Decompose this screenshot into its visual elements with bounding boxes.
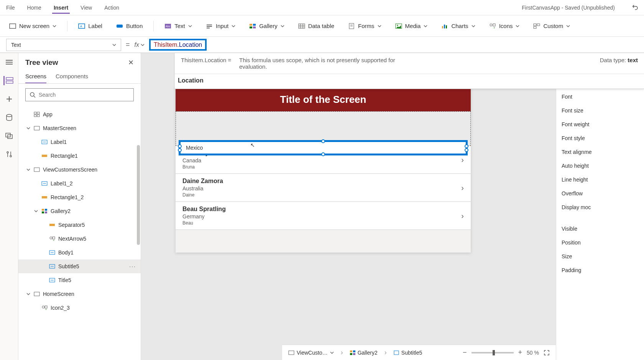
- tree-item-label1[interactable]: Label1: [18, 135, 141, 149]
- tree-item-app[interactable]: App: [18, 107, 141, 121]
- property-row-displaymoc[interactable]: Display moc: [562, 200, 639, 214]
- tree-scrollbar[interactable]: [137, 145, 140, 245]
- svg-rect-35: [6, 78, 13, 80]
- tree-item-rectangle1[interactable]: Rectangle1: [18, 149, 141, 163]
- property-row-font[interactable]: Font: [562, 90, 639, 104]
- screen-icon: [288, 350, 294, 355]
- charts-button[interactable]: Charts: [438, 20, 478, 32]
- property-row-fontweight[interactable]: Font weight: [562, 117, 639, 131]
- fx-icon[interactable]: fx: [135, 41, 145, 48]
- rail-advanced[interactable]: [5, 150, 14, 159]
- rail-hamburger[interactable]: [5, 58, 14, 67]
- tree-item-title5[interactable]: Title5: [18, 273, 141, 287]
- property-row-autoheight[interactable]: Auto height: [562, 159, 639, 173]
- expand-chevron-icon[interactable]: [26, 168, 31, 172]
- tree-item-icon23[interactable]: +Icon2_3: [18, 301, 141, 315]
- property-row-fontsize[interactable]: Font size: [562, 104, 639, 117]
- gallery-item[interactable]: Beau SpratlingGermanyBeau›: [176, 202, 471, 230]
- property-row-visible[interactable]: Visible: [562, 222, 639, 236]
- next-arrow-icon[interactable]: ›: [461, 183, 464, 192]
- svg-rect-63: [45, 211, 47, 213]
- menu-file[interactable]: File: [5, 2, 16, 14]
- tab-screens[interactable]: Screens: [25, 70, 46, 83]
- close-icon[interactable]: ✕: [128, 58, 134, 67]
- zoom-out-button[interactable]: −: [463, 348, 467, 357]
- property-row-lineheight[interactable]: Line height: [562, 173, 639, 187]
- property-row-position[interactable]: Position: [562, 236, 639, 249]
- media-button[interactable]: Media: [392, 20, 431, 32]
- gallery-button[interactable]: Gallery: [246, 20, 288, 32]
- tree-item-rectangle12[interactable]: Rectangle1_2: [18, 190, 141, 204]
- button-button[interactable]: Button: [113, 20, 146, 32]
- menu-action[interactable]: Action: [103, 2, 121, 14]
- property-selector[interactable]: Text: [6, 39, 121, 51]
- tree-item-label: NextArrow5: [58, 236, 86, 242]
- new-screen-button[interactable]: New screen: [6, 20, 59, 32]
- chevron-down-icon: [112, 43, 116, 47]
- next-arrow-icon[interactable]: ›: [461, 211, 464, 220]
- formula-input[interactable]: ThisItem.Location: [154, 41, 202, 48]
- gallery-item-title: Daine Zamora: [182, 178, 464, 185]
- menu-home[interactable]: Home: [26, 2, 43, 14]
- zoom-slider[interactable]: [472, 352, 514, 353]
- tree-item-homescreen[interactable]: HomeScreen: [18, 287, 141, 301]
- tree-search-box[interactable]: [25, 88, 134, 101]
- resize-handle[interactable]: [178, 144, 182, 148]
- tree-item-separator5[interactable]: Separator5: [18, 218, 141, 232]
- label-button[interactable]: A Label: [75, 20, 105, 32]
- property-row-overflow[interactable]: Overflow: [562, 187, 639, 200]
- next-arrow-icon[interactable]: ›: [461, 155, 464, 164]
- tree-search-input[interactable]: [39, 92, 130, 98]
- resize-handle[interactable]: [465, 144, 468, 148]
- tree-item-nextarrow5[interactable]: +NextArrow5: [18, 232, 141, 246]
- tree-item-label: Title5: [58, 277, 71, 283]
- rail-media[interactable]: [5, 131, 14, 140]
- tree-item-gallery2[interactable]: Gallery2: [18, 204, 141, 218]
- breadcrumb-gallery[interactable]: Gallery2: [350, 350, 378, 356]
- forms-button[interactable]: Forms: [345, 20, 384, 32]
- text-button[interactable]: Abc Text: [161, 20, 195, 32]
- tree-item-masterscreen[interactable]: MasterScreen: [18, 121, 141, 135]
- rail-data[interactable]: [5, 113, 14, 122]
- undo-icon[interactable]: [632, 4, 639, 12]
- resize-handle[interactable]: [465, 148, 468, 152]
- svg-rect-48: [34, 112, 36, 114]
- svg-rect-52: [34, 126, 39, 130]
- menu-insert[interactable]: Insert: [52, 2, 70, 14]
- breadcrumb-separator: ›: [341, 348, 343, 357]
- custom-button[interactable]: Custom: [530, 20, 573, 32]
- menu-view[interactable]: View: [79, 2, 94, 14]
- breadcrumb-screen[interactable]: ViewCusto…: [288, 350, 334, 356]
- rail-insert[interactable]: [5, 94, 14, 104]
- canvas-area[interactable]: Title of the Screen x Mexico ↖ Bruna Lyl…: [141, 53, 556, 360]
- resize-handle[interactable]: [321, 152, 325, 156]
- more-icon[interactable]: ···: [129, 263, 136, 269]
- property-row-size[interactable]: Size: [562, 249, 639, 263]
- zoom-in-button[interactable]: +: [518, 348, 522, 357]
- breadcrumb-subtitle[interactable]: Subtitle5: [394, 350, 422, 356]
- rail-tree-view[interactable]: [3, 76, 14, 85]
- zoom-slider-thumb[interactable]: [493, 350, 495, 355]
- property-row-padding[interactable]: Padding: [562, 263, 639, 277]
- input-button[interactable]: Input: [203, 20, 238, 32]
- tree-item-body1[interactable]: Body1: [18, 246, 141, 259]
- gallery-item[interactable]: Daine ZamoraAustraliaDaine›: [176, 174, 471, 202]
- property-row-textalignme[interactable]: Text alignme: [562, 145, 639, 159]
- screen-icon: [34, 167, 40, 173]
- tab-components[interactable]: Components: [56, 70, 88, 83]
- new-screen-label: New screen: [19, 23, 49, 29]
- resize-handle[interactable]: [178, 148, 182, 152]
- expand-chevron-icon[interactable]: [26, 126, 31, 130]
- expand-chevron-icon[interactable]: [34, 209, 38, 213]
- selected-subtitle-control[interactable]: Mexico: [179, 140, 468, 155]
- tree-item-viewcustomersscreen[interactable]: ViewCustomersScreen: [18, 163, 141, 177]
- svg-rect-51: [37, 115, 39, 117]
- datatable-button[interactable]: Data table: [295, 20, 337, 32]
- expand-chevron-icon[interactable]: [26, 292, 31, 296]
- fit-to-screen-icon[interactable]: [544, 350, 550, 356]
- tree-item-label12[interactable]: Label1_2: [18, 177, 141, 190]
- icons-button[interactable]: + Icons: [486, 20, 523, 32]
- property-row-fontstyle[interactable]: Font style: [562, 131, 639, 145]
- resize-handle[interactable]: [321, 139, 325, 143]
- tree-item-subtitle5[interactable]: Subtitle5···: [18, 259, 141, 273]
